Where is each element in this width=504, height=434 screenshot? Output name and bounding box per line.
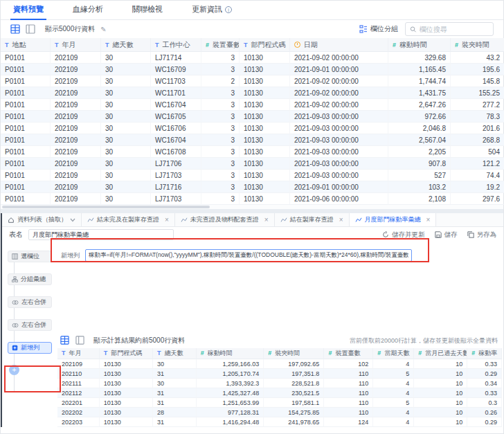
scrollbar-thumb[interactable] (2, 206, 210, 208)
table-name-input[interactable] (28, 229, 174, 240)
column-header[interactable]: 日期 (290, 38, 388, 52)
cell: 2021-09-02 00:00:00 (290, 52, 388, 64)
table-row[interactable]: P010120210930LJ717143101302021-09-02 00:… (1, 52, 504, 64)
cell: 2021-09-03 00:00:00 (290, 134, 388, 146)
column-header[interactable]: T年月 (57, 348, 100, 359)
column-header[interactable]: T工作中心 (151, 38, 201, 52)
number-icon: # (471, 350, 475, 356)
preview-toolbar: 顯示5000行資料 ✎ 欄位分組 (1, 20, 503, 38)
cell: 3 (201, 146, 240, 158)
table-row[interactable]: 2022021013028977,128.31154,275.851104100… (57, 408, 502, 417)
column-header[interactable]: #稼動時間 (388, 38, 451, 52)
cell: 30 (101, 181, 151, 193)
edit-icon[interactable]: ✎ (100, 26, 106, 33)
action-buttons: 儲存并更新 儲存 另存為 (382, 230, 496, 239)
cell: WC11701 (151, 87, 201, 99)
table-row[interactable]: P010120210930WC167043101302021-09-03 00:… (1, 134, 504, 146)
column-header[interactable]: T部門程式碼 (100, 348, 153, 359)
cell: 10130 (240, 134, 290, 146)
step-left-right-merge-2[interactable]: 左右合併 (8, 319, 52, 331)
table-row[interactable]: 20220110130311,251,653.99197,581.1110510… (57, 398, 502, 408)
column-header[interactable]: T總天數 (153, 348, 197, 359)
column-header[interactable]: T年月 (51, 38, 101, 52)
table-row[interactable]: P010120210930LJ717033101302021-09-06 00:… (1, 193, 504, 205)
table-row[interactable]: 20211110130301,393,392.3228,521.81104100… (57, 379, 502, 388)
cell: 121.2 (451, 158, 504, 170)
flow-editor-panel: 資料列表（抽取） 結未完及在製庫存查證 × 未完查證及物料配套查證 × 結在製庫… (1, 213, 503, 427)
cell: 1,425,327.48 (197, 388, 264, 398)
step-label: 選欄位 (21, 252, 39, 261)
cell: WC16704 (151, 99, 201, 111)
cell: 202109 (51, 170, 101, 181)
table-row[interactable]: 20210910130301,259,166.03197,092.6510241… (57, 359, 502, 369)
cell: WC16709 (151, 64, 201, 75)
table-row[interactable]: 20220310130311,416,294.48241,978.6512441… (57, 417, 502, 427)
column-label: 稼動時間 (399, 41, 427, 48)
table-row[interactable]: 20211010130311,205,170.74197,351.8110510… (57, 369, 502, 379)
flow-tab-2[interactable]: 未完查證及物料配套查證 × (175, 213, 275, 226)
cell: P0101 (1, 75, 51, 87)
column-header[interactable]: #稼動率 (467, 348, 502, 359)
add-step-button[interactable]: + (9, 365, 19, 375)
flow-tab-4-active[interactable]: 月度部門稼動率彙總 × (350, 213, 437, 226)
table-row[interactable]: P010120210930WC167053101302021-09-03 00:… (1, 111, 504, 123)
step-group-aggregate[interactable]: 分組彙總 (8, 273, 52, 285)
table-row[interactable]: P010120210930WC117032101302021-09-02 00:… (1, 75, 504, 87)
save-as-button[interactable]: 另存為 (467, 230, 497, 239)
panel-view-icon[interactable] (26, 24, 35, 34)
column-header[interactable]: T地點 (1, 38, 51, 52)
table-row[interactable]: 20211210130311,425,327.48230,521.5110410… (57, 388, 502, 398)
cell: 972.66 (388, 111, 451, 123)
table-row[interactable]: P010120210930LJ717163101302021-09-01 00:… (1, 181, 504, 193)
close-icon[interactable]: × (339, 216, 343, 224)
save-button[interactable]: 儲存 (435, 230, 458, 239)
close-icon[interactable]: × (426, 216, 431, 224)
step-sidebar: 選欄位 分組彙總 左右合併 左右合併 新增列 + (2, 242, 57, 427)
save-and-update-button[interactable]: 儲存并更新 (382, 230, 425, 239)
close-icon[interactable]: × (264, 216, 269, 224)
cell: 1,744.74 (388, 75, 451, 87)
step-left-right-merge-1[interactable]: 左右合併 (8, 296, 52, 308)
column-header[interactable]: #當期天數 (373, 348, 414, 359)
column-header[interactable]: T總天數 (101, 38, 151, 52)
grid-view-icon[interactable] (60, 336, 70, 345)
data-list-menu[interactable]: 資料列表（抽取） (2, 213, 82, 226)
column-header[interactable]: #稼動時間 (197, 348, 264, 359)
cell: 202109 (57, 359, 100, 369)
column-header[interactable]: #裝夾時間 (264, 348, 324, 359)
table-row[interactable]: P010120210930LJ717033101302021-09-03 00:… (1, 170, 504, 181)
table-row[interactable]: P010120210930WC167043101302021-09-02 00:… (1, 99, 504, 111)
cell: 2021-09-06 00:00:00 (290, 193, 388, 205)
column-group-button[interactable]: 欄位分組 (359, 24, 398, 34)
column-header[interactable]: #當月已過去天數 (414, 348, 467, 359)
column-header[interactable]: #裝夾時間 (451, 38, 504, 52)
horizontal-scrollbar[interactable] (1, 205, 503, 209)
flow-tab-3[interactable]: 結在製庫存查證 × (275, 213, 350, 226)
cell: 197,351.8 (264, 369, 324, 379)
step-select-columns[interactable]: 選欄位 (8, 251, 52, 262)
grid-view-icon[interactable] (10, 24, 20, 34)
column-header[interactable]: #裝置臺數 (324, 348, 373, 359)
close-icon[interactable]: × (165, 216, 169, 224)
number-icon: # (206, 42, 209, 48)
search-input[interactable] (420, 26, 489, 33)
cell: 10130 (240, 146, 290, 158)
formula-input[interactable] (85, 249, 412, 262)
column-header[interactable]: T部門程式碼 (240, 38, 290, 52)
table-row[interactable]: P010120210930WC167063101302021-09-03 00:… (1, 123, 504, 134)
tab-lineage-analysis[interactable]: 血緣分析 (70, 0, 106, 19)
table-row[interactable]: P010120210930LJ717063101302021-09-03 00:… (1, 158, 504, 170)
table-row[interactable]: P010120210930WC117013101302021-09-02 00:… (1, 87, 504, 99)
panel-view-icon[interactable] (75, 336, 85, 345)
table-row[interactable]: P010120210930WC167083101302021-09-03 00:… (1, 146, 504, 158)
tab-relation-view[interactable]: 關聯檢視 (129, 0, 165, 19)
column-header[interactable]: #裝置臺數 (201, 38, 240, 52)
cell: 10130 (100, 369, 153, 379)
tab-update-info[interactable]: 更新資訊i (189, 0, 235, 19)
flow-tab-1[interactable]: 結未完及在製庫存查證 × (82, 213, 175, 226)
table-row[interactable]: P010120210930WC167093101302021-09-01 00:… (1, 64, 504, 75)
step-new-column[interactable]: 新增列 (8, 342, 52, 354)
cell: 228,521.8 (264, 379, 324, 388)
tab-data-preview[interactable]: 資料預覽 (10, 0, 46, 19)
cell: 30 (101, 111, 151, 123)
